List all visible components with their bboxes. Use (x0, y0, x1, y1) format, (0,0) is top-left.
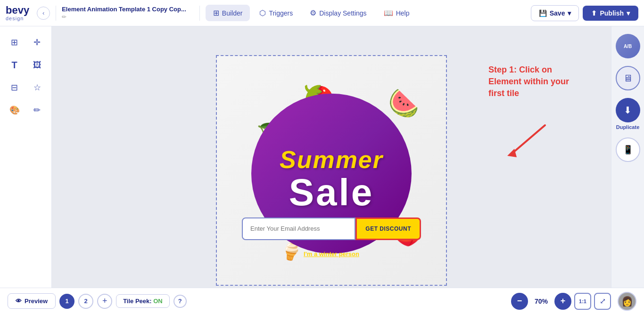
save-icon: 💾 (539, 9, 547, 17)
email-form: GET DISCOUNT (242, 217, 421, 240)
save-button[interactable]: 💾 Save ▾ (531, 5, 579, 21)
header-divider2 (199, 6, 200, 21)
canvas-area: Step 1: Click on Element within your fir… (52, 26, 611, 314)
summer-text: Summer (280, 145, 383, 173)
preview-label: Preview (25, 298, 48, 305)
header-divider (56, 6, 56, 21)
display-settings-icon: ⚙ (310, 8, 316, 17)
publish-icon: ⬆ (591, 9, 597, 17)
get-discount-label: GET DISCOUNT (365, 225, 411, 232)
sidebar-item-star[interactable]: ☆ (27, 77, 48, 98)
expand-icon: ⤢ (600, 297, 606, 306)
bottom-bar: 👁 Preview 1 2 + Tile Peek: ON ? − 70% + … (0, 288, 644, 314)
nav-help-label: Help (396, 9, 410, 17)
builder-icon: ⊞ (213, 8, 219, 17)
canvas-frame[interactable]: 🍓 🍉 🍒 🍋 🍑 🍦 🕶 Summer Sale GET DISCOUNT (216, 55, 447, 286)
zoom-plus-icon: + (561, 296, 566, 306)
edit-title-icon[interactable]: ✏ (62, 14, 186, 20)
publish-dropdown-icon: ▾ (627, 9, 630, 17)
nav-builder[interactable]: ⊞ Builder (206, 5, 250, 21)
ab-badge: A/B (616, 34, 640, 58)
logo: bevy design (6, 5, 29, 21)
zoom-in-button[interactable]: + (554, 293, 571, 310)
preview-button[interactable]: 👁 Preview (8, 293, 56, 309)
tile-2-button[interactable]: 2 (78, 294, 93, 309)
preview-icon: 👁 (16, 298, 22, 305)
sidebar-row-1: ⊞ ✛ (4, 32, 48, 53)
left-sidebar: ⊞ ✛ T 🖼 ⊟ ☆ 🎨 ✏ (0, 26, 52, 314)
sidebar-item-edit[interactable]: ✏ (27, 100, 48, 121)
header-actions: 💾 Save ▾ ⬆ Publish ▾ (531, 5, 638, 21)
help-icon: 📖 (384, 8, 393, 17)
get-discount-button[interactable]: GET DISCOUNT (355, 217, 421, 240)
zoom-minus-icon: − (517, 296, 522, 306)
tile-1-button[interactable]: 1 (59, 294, 74, 309)
email-input[interactable] (242, 217, 355, 240)
ratio-label: 1:1 (579, 298, 586, 304)
zoom-out-button[interactable]: − (511, 293, 528, 310)
ratio-button[interactable]: 1:1 (574, 293, 591, 310)
publish-button[interactable]: ⬆ Publish ▾ (583, 6, 638, 21)
monitor-button[interactable]: 🖥 (616, 66, 640, 90)
nav-display-label: Display Settings (319, 9, 366, 17)
duplicate-label: Duplicate (616, 124, 640, 130)
save-label: Save (550, 9, 565, 17)
title-area: Element Animation Template 1 Copy Cop...… (62, 6, 186, 20)
svg-line-0 (512, 125, 545, 153)
sidebar-row-2: T 🖼 (4, 55, 48, 75)
zoom-level: 70% (531, 298, 552, 305)
sidebar-item-paint[interactable]: 🎨 (4, 100, 25, 121)
help-button[interactable]: ? (173, 295, 187, 308)
user-avatar[interactable]: 👩 (618, 292, 636, 311)
red-arrow-icon (503, 121, 550, 158)
sidebar-row-4: 🎨 ✏ (4, 100, 48, 121)
sidebar-item-image[interactable]: 🖼 (27, 55, 48, 75)
ab-label: A/B (624, 44, 632, 49)
duplicate-button[interactable]: ⬇ (616, 98, 640, 122)
tile-peek-status: ON (153, 298, 163, 305)
logo-name: bevy (6, 5, 29, 16)
zoom-controls: − 70% + 1:1 ⤢ 👩 (511, 292, 636, 311)
triggers-icon: ⬡ (259, 8, 266, 17)
sidebar-item-move[interactable]: ✛ (27, 32, 48, 53)
add-tile-button[interactable]: + (97, 294, 112, 309)
expand-button[interactable]: ⤢ (594, 293, 611, 310)
sidebar-item-layout[interactable]: ⊞ (4, 32, 25, 53)
nav-triggers-label: Triggers (269, 9, 293, 17)
publish-label: Publish (600, 9, 624, 17)
nav-builder-label: Builder (222, 9, 243, 17)
save-dropdown-icon: ▾ (568, 9, 571, 17)
winter-link[interactable]: I'm a winter person (304, 250, 359, 258)
nav-display-settings[interactable]: ⚙ Display Settings (302, 5, 374, 21)
duplicate-area: ⬇ Duplicate (616, 98, 640, 130)
page-title: Element Animation Template 1 Copy Cop... (62, 6, 186, 13)
main-nav: ⊞ Builder ⬡ Triggers ⚙ Display Settings … (206, 5, 527, 21)
popup-content: 🍓 🍉 🍒 🍋 🍑 🍦 🕶 Summer Sale GET DISCOUNT (217, 56, 446, 285)
mobile-button[interactable]: 📱 (616, 137, 640, 162)
back-button[interactable]: ‹ (37, 7, 50, 20)
main-layout: ⊞ ✛ T 🖼 ⊟ ☆ 🎨 ✏ Step 1: Click on Element… (0, 26, 644, 314)
sidebar-item-grid[interactable]: ⊟ (4, 77, 25, 98)
right-sidebar: A/B 🖥 ⬇ Duplicate 📱 (611, 26, 644, 314)
header: bevy design ‹ Element Animation Template… (0, 0, 644, 26)
nav-triggers[interactable]: ⬡ Triggers (252, 5, 300, 21)
step-hint: Step 1: Click on Element within your fir… (488, 64, 583, 100)
sale-text: Sale (289, 173, 374, 211)
sidebar-item-text[interactable]: T (4, 55, 25, 75)
sidebar-row-3: ⊟ ☆ (4, 77, 48, 98)
nav-help[interactable]: 📖 Help (376, 5, 417, 21)
tile-peek-button[interactable]: Tile Peek: ON (116, 294, 170, 308)
tile-peek-label: Tile Peek: (123, 298, 151, 305)
logo-sub: design (6, 16, 24, 21)
